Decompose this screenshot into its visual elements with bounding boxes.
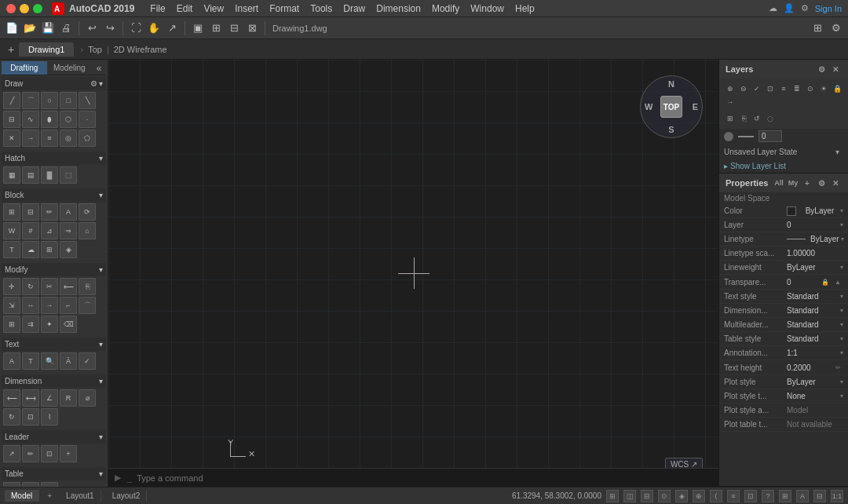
create-block-tool[interactable]: ⊟: [22, 203, 39, 221]
donut-tool[interactable]: ◎: [60, 130, 77, 147]
annotate-tool[interactable]: T: [3, 241, 20, 258]
line-tool[interactable]: ╱: [3, 92, 20, 109]
menu-format[interactable]: Format: [265, 2, 304, 16]
cloud-tool[interactable]: ☁: [22, 241, 39, 258]
transparency-inc-btn[interactable]: ▲: [832, 276, 843, 287]
block-editor-tool[interactable]: ✏: [41, 203, 58, 221]
mleader-tool[interactable]: ↗: [3, 445, 20, 462]
scale-tool[interactable]: ⇲: [3, 297, 20, 314]
copy-tool[interactable]: ⎘: [79, 278, 96, 295]
otrack-toggle[interactable]: ⊕: [693, 490, 705, 502]
draw-section-header[interactable]: Draw ⚙ ▾: [2, 77, 106, 90]
menu-tools[interactable]: Tools: [305, 2, 337, 16]
hatch-boundary-tool[interactable]: ⬚: [60, 166, 77, 184]
transparency-lock-btn[interactable]: 🔒: [820, 276, 831, 287]
bcount-tool[interactable]: #: [22, 222, 39, 239]
mtext-tool[interactable]: A: [3, 352, 20, 370]
hatch-gradient-tool[interactable]: ▓: [41, 166, 58, 184]
grid-toggle[interactable]: ⊞: [606, 490, 619, 502]
layer-copy-btn[interactable]: ⎘: [737, 112, 750, 125]
layer-current-btn[interactable]: ✓: [751, 82, 763, 95]
layers-close-icon[interactable]: ✕: [829, 63, 842, 75]
layout1-tab[interactable]: Layout1: [60, 490, 101, 502]
layer-delete-btn[interactable]: ⊖: [737, 82, 750, 95]
leader-style-tool[interactable]: ⊡: [41, 445, 58, 462]
layer-merge-btn[interactable]: ⊞: [724, 112, 737, 125]
explode-tool[interactable]: ✦: [41, 316, 58, 333]
rotate-tool[interactable]: ↻: [22, 278, 39, 295]
modify-chevron-icon[interactable]: ▾: [99, 265, 103, 274]
wblock-tool[interactable]: W: [3, 222, 20, 239]
block-chevron-icon[interactable]: ▾: [99, 191, 103, 199]
show-layer-list-button[interactable]: ▸ Show Layer List: [719, 159, 848, 173]
circle-tool[interactable]: ○: [41, 92, 58, 109]
dim-style-tool[interactable]: ⊡: [22, 408, 39, 425]
leader-section-header[interactable]: Leader ▾: [2, 430, 106, 444]
layers-settings-icon[interactable]: ⚙: [815, 63, 828, 75]
clip-tool[interactable]: ⌂: [79, 222, 96, 239]
prop-my-btn[interactable]: My: [787, 177, 799, 189]
prop-linetype-value[interactable]: ByLayer ▾: [787, 235, 844, 243]
annotation-toggle[interactable]: A: [796, 490, 809, 502]
polyline-tool[interactable]: ╲: [79, 92, 96, 109]
text-tool[interactable]: T: [22, 352, 39, 370]
lineweight-toggle[interactable]: ≡: [727, 490, 740, 502]
snap-toggle[interactable]: ◫: [623, 490, 636, 502]
dimension-section-header[interactable]: Dimension ▾: [2, 374, 106, 388]
maximize-dot[interactable]: [33, 4, 42, 13]
dim-linear-tool[interactable]: ⟵: [3, 389, 20, 407]
offset-tool[interactable]: ⇉: [22, 316, 39, 333]
prop-mleader-value[interactable]: Standard ▾: [787, 320, 843, 329]
layer-walk-btn[interactable]: →: [724, 96, 737, 108]
layer-off-btn[interactable]: ◌: [764, 112, 777, 125]
new-button[interactable]: 📄: [3, 20, 20, 37]
layer-match-btn[interactable]: ≣: [791, 82, 803, 95]
textheight-edit-btn[interactable]: ✏: [832, 362, 843, 373]
sel-cycling-toggle[interactable]: ⊞: [779, 490, 791, 502]
layer-new-btn[interactable]: ⊕: [724, 82, 737, 95]
dim-angular-tool[interactable]: ∠: [41, 389, 58, 407]
leader-add-tool[interactable]: +: [60, 445, 77, 462]
prop-add-btn[interactable]: +: [801, 177, 813, 189]
fillet-tool[interactable]: ⌐: [60, 297, 77, 314]
command-input[interactable]: [137, 473, 712, 483]
table-insert-tool[interactable]: ⊞: [41, 241, 58, 258]
model-tab[interactable]: Model: [5, 490, 39, 502]
menu-dimension[interactable]: Dimension: [371, 2, 426, 16]
prop-settings-icon[interactable]: ⚙: [815, 177, 828, 189]
mline-tool[interactable]: ≡: [41, 130, 58, 147]
prop-color-value[interactable]: ByLayer ▾: [787, 206, 843, 216]
drawing-tab[interactable]: Drawing1: [19, 42, 74, 57]
layer-filter-btn[interactable]: ≡: [777, 82, 790, 95]
properties-scroll[interactable]: Color ByLayer ▾ Layer 0 ▾: [719, 204, 848, 486]
polygon-tool[interactable]: ⬠: [79, 130, 96, 147]
leader-edit-tool[interactable]: ✏: [22, 445, 39, 462]
save-button[interactable]: 💾: [39, 20, 57, 37]
text-style-tool[interactable]: Ā: [60, 352, 77, 370]
prop-layer-value[interactable]: 0 ▾: [787, 221, 843, 229]
layer-freeze-btn[interactable]: ☀: [817, 82, 830, 95]
undo-button[interactable]: ↩: [83, 20, 101, 37]
leader-chevron-icon[interactable]: ▾: [99, 433, 103, 441]
gear-button[interactable]: ⚙: [828, 20, 845, 37]
menu-draw[interactable]: Draw: [338, 2, 370, 16]
extract-tool[interactable]: ⇒: [60, 222, 77, 239]
hatch-fill-tool[interactable]: ▦: [3, 166, 20, 184]
prop-tablestyle-value[interactable]: Standard ▾: [787, 334, 843, 343]
prop-annotscale-value[interactable]: 1:1 ▾: [787, 349, 843, 357]
layer-lock-btn[interactable]: 🔒: [831, 82, 843, 95]
text-chevron-icon[interactable]: ▾: [99, 340, 103, 349]
extend-tool[interactable]: →: [41, 297, 58, 314]
menu-edit[interactable]: Edit: [172, 2, 198, 16]
bref-tool[interactable]: ⊿: [41, 222, 58, 239]
workspace-button[interactable]: ⊞: [809, 20, 826, 37]
layer-state-dropdown[interactable]: ▾: [831, 145, 843, 158]
ortho-toggle[interactable]: ⊟: [641, 490, 653, 502]
hatch-section-header[interactable]: Hatch ▾: [2, 152, 106, 165]
canvas-area[interactable]: N S E W TOP WCS ↗ Y ✕ ▶ _: [108, 60, 718, 487]
dim-break-tool[interactable]: ⌇: [41, 408, 58, 425]
modify-section-header[interactable]: Modify ▾: [2, 263, 106, 276]
text-section-header[interactable]: Text ▾: [2, 338, 106, 351]
panel-collapse-button[interactable]: «: [92, 61, 106, 75]
new-tab-button[interactable]: +: [3, 42, 19, 57]
